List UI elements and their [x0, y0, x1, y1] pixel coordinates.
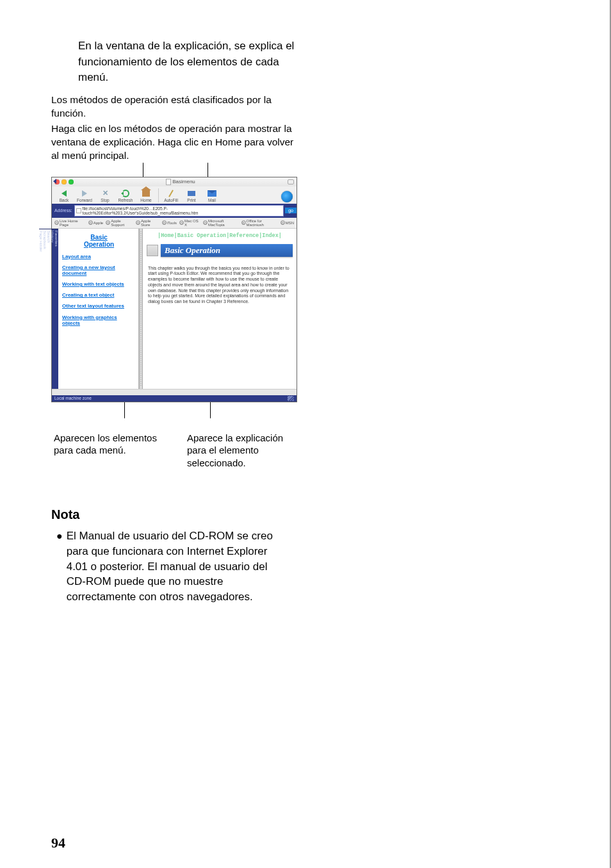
home-button[interactable]: Home	[138, 189, 154, 202]
browser-window: Basimenu Back Forward ✕Stop Refresh Home…	[51, 177, 297, 402]
nav-link[interactable]: Creating a text object	[62, 292, 136, 298]
nav-link[interactable]: Layout area	[62, 254, 136, 259]
separator	[158, 188, 159, 202]
favorite-link[interactable]: @MSN	[281, 220, 294, 225]
stop-button[interactable]: ✕Stop	[97, 189, 113, 202]
window-title: Basimenu	[76, 179, 286, 185]
status-bar: Local machine zone	[52, 395, 297, 402]
print-button[interactable]: Print	[183, 189, 200, 202]
scrollbar-horizontal[interactable]	[52, 389, 297, 395]
go-button[interactable]: go	[285, 208, 297, 213]
favorite-link[interactable]: @Microsoft MacTopia	[203, 219, 239, 227]
favorite-link[interactable]: @Apple Store	[136, 219, 159, 227]
side-tab-column: Favorites History Search Scrapbook Page …	[52, 229, 58, 389]
at-icon: @	[281, 220, 285, 225]
note-text: El Manual de usuario del CD-ROM se creo …	[67, 528, 281, 605]
toggle-toolbar-icon[interactable]	[288, 179, 294, 184]
side-tab[interactable]: Page Holder	[39, 229, 43, 389]
page-column: En la ventana de la explicación, se expl…	[51, 38, 301, 605]
ie-logo-icon	[281, 191, 293, 202]
favorite-link[interactable]: @iTools	[162, 220, 177, 225]
at-icon: @	[162, 220, 167, 225]
hero-title: Basic Operation	[161, 244, 293, 257]
at-icon: @	[241, 220, 246, 225]
at-icon: @	[88, 220, 93, 225]
arrow-right-icon	[82, 190, 87, 197]
side-tab[interactable]: Scrapbook	[43, 229, 47, 389]
at-icon: @	[179, 220, 184, 225]
caption-right: Aparece la explicación para el elemento …	[187, 432, 301, 470]
at-icon: @	[54, 220, 59, 225]
pen-icon	[168, 190, 174, 197]
page-icon	[76, 208, 81, 213]
favorites-bar: @Live Home Page @Apple @Apple Support @A…	[52, 218, 297, 229]
resize-grip-icon[interactable]	[288, 396, 294, 401]
mail-button[interactable]: Mail	[204, 189, 220, 202]
home-icon	[142, 190, 150, 197]
favorite-link[interactable]: @Apple Support	[106, 219, 133, 227]
status-text: Local machine zone	[54, 396, 92, 401]
mail-icon	[208, 190, 216, 197]
favorite-link[interactable]: @Mac OS X	[179, 219, 200, 227]
favorite-link[interactable]: @Office for Macintosh	[241, 219, 278, 227]
collapse-arrow-icon[interactable]	[53, 179, 56, 184]
minimize-icon[interactable]	[61, 179, 67, 184]
figure-captions: Aparecen los elementos para cada menú. A…	[51, 432, 301, 470]
side-tab[interactable]: Search	[47, 229, 51, 389]
at-icon: @	[203, 220, 208, 225]
left-navigation-pane: BasicOperation Layout area Creating a ne…	[58, 229, 139, 389]
favorite-link[interactable]: @Live Home Page	[54, 219, 86, 227]
address-bar: Address: file://localhost/Volumes/P-touc…	[52, 204, 297, 218]
right-content-pane: |Home|Basic Operation|Reference|Index| B…	[143, 229, 297, 389]
hero-icon	[147, 245, 158, 256]
intro-paragraph-2: Haga clic en los métodos de operación pa…	[51, 122, 301, 163]
intro-highlight: En la ventana de la explicación, se expl…	[78, 38, 301, 86]
side-tab[interactable]: History	[51, 229, 54, 389]
pane-divider[interactable]	[139, 229, 143, 389]
figure-wrapper: Basimenu Back Forward ✕Stop Refresh Home…	[51, 177, 301, 470]
nav-link[interactable]: Working with graphics objects	[62, 315, 136, 326]
arrow-left-icon	[61, 190, 67, 197]
autofill-button[interactable]: AutoFill	[163, 189, 179, 202]
favorite-link[interactable]: @Apple	[88, 220, 103, 225]
note-heading: Nota	[51, 507, 301, 522]
hero-banner: Basic Operation	[147, 244, 293, 257]
x-icon: ✕	[102, 189, 108, 197]
note-section: Nota ● El Manual de usuario del CD-ROM s…	[51, 507, 301, 605]
refresh-icon	[122, 190, 129, 197]
nav-title[interactable]: BasicOperation	[62, 234, 136, 249]
address-input[interactable]: file://localhost/Volumes/P-touch%20…E205…	[74, 205, 284, 217]
page-number: 94	[51, 835, 65, 851]
printer-icon	[188, 191, 195, 196]
address-label: Address:	[54, 208, 72, 213]
content-paragraph: This chapter walks you through the basic…	[145, 266, 294, 305]
document-icon	[166, 179, 171, 185]
zoom-icon[interactable]	[69, 179, 74, 184]
forward-button[interactable]: Forward	[76, 189, 93, 202]
refresh-button[interactable]: Refresh	[117, 189, 134, 202]
top-nav-links[interactable]: |Home|Basic Operation|Reference|Index|	[145, 233, 294, 239]
caption-left: Aparecen los elementos para cada menú.	[54, 432, 168, 470]
at-icon: @	[106, 220, 110, 225]
intro-paragraph-1: Los métodos de operación está clasificad…	[51, 94, 301, 120]
content-area: Favorites History Search Scrapbook Page …	[52, 229, 297, 389]
at-icon: @	[136, 220, 140, 225]
back-button[interactable]: Back	[56, 189, 72, 202]
note-body: ● El Manual de usuario del CD-ROM se cre…	[56, 528, 281, 605]
bullet-icon: ●	[56, 528, 63, 605]
nav-link[interactable]: Creating a new layout document	[62, 265, 136, 276]
titlebar: Basimenu	[52, 177, 297, 186]
toolbar: Back Forward ✕Stop Refresh Home AutoFill…	[52, 186, 297, 204]
nav-link[interactable]: Other text layout features	[62, 303, 136, 309]
nav-link[interactable]: Working with text objects	[62, 281, 136, 287]
